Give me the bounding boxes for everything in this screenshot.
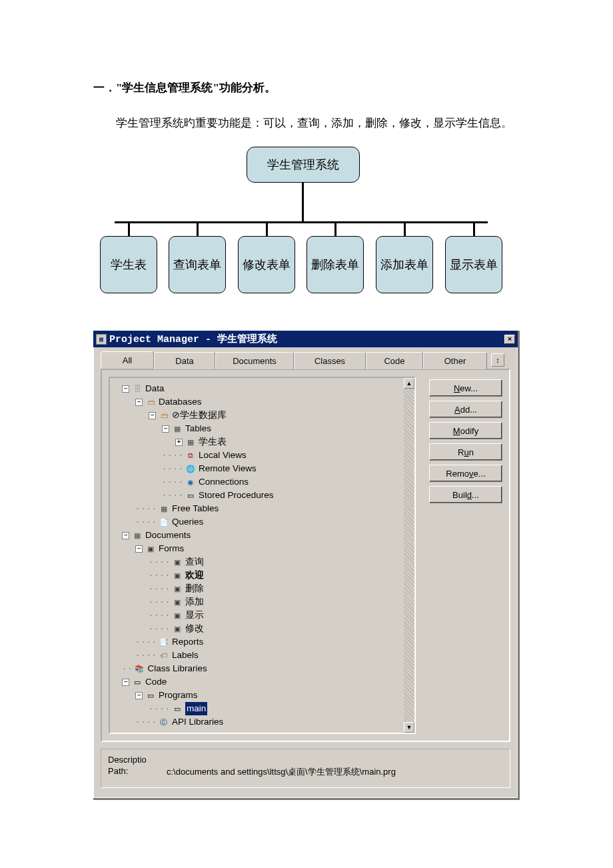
tree-node-classlib[interactable]: Class Libraries [147,662,207,675]
tree-node-forms[interactable]: Forms [159,542,184,555]
tab-strip: All Data Documents Classes Code Other ↕ [101,351,510,369]
tree-node-storedproc[interactable]: Stored Procedures [199,489,274,502]
expand-toggle[interactable]: − [135,399,143,406]
form-icon: ▣ [172,611,183,620]
scroll-track[interactable] [404,389,414,722]
connector [266,221,268,236]
program-icon: ▭ [172,704,183,713]
labels-icon: 🏷 [159,651,169,660]
expand-toggle[interactable]: + [175,439,183,446]
expand-toggle[interactable]: − [135,545,143,553]
project-tree[interactable]: −🗄Data −🗃Databases −🗃⊘学生数据库 −▦Tables +▦学… [113,382,414,729]
tree-node-programs[interactable]: Programs [159,689,198,702]
form-icon: ▣ [172,584,183,593]
remove-button[interactable]: Remove... [429,465,502,482]
queries-icon: 📄 [159,517,169,527]
path-value: c:\documents and settings\lttsg\桌面\学生管理系… [167,766,396,778]
connector [115,221,488,223]
child-node: 修改表单 [238,236,295,293]
tree-node-form-show[interactable]: 显示 [185,609,204,622]
root-node: 学生管理系统 [247,147,360,183]
build-button[interactable]: Build... [429,486,502,503]
form-icon: ▣ [172,597,183,607]
close-button[interactable]: × [504,335,515,344]
connector [404,221,406,236]
vertical-scrollbar[interactable]: ▲ ▼ [404,378,414,733]
expand-toggle[interactable]: − [122,532,129,539]
tab-documents[interactable]: Documents [215,352,294,369]
intro-text: 学生管理系统旳重要功能是：可以，查询，添加，删除，修改，显示学生信息。 [116,115,520,131]
tree-node-form-welcome[interactable]: 欢迎 [185,569,204,582]
tree-node-form-add[interactable]: 添加 [185,595,204,609]
form-icon: ▣ [172,557,183,567]
child-node: 删除表单 [306,236,364,293]
class-libraries-icon: 📚 [134,664,145,673]
tree-node-remoteviews[interactable]: Remote Views [199,462,257,475]
scroll-up-button[interactable]: ▲ [404,378,414,389]
tree-node-tables[interactable]: Tables [185,422,211,435]
connector [334,221,336,236]
form-icon: ▣ [172,624,183,633]
project-manager-window: ▦ Project Manager - 学生管理系统 × All Data Do… [93,331,520,800]
new-button[interactable]: New... [429,379,502,397]
expand-toggle[interactable]: − [149,412,156,419]
connector [128,221,130,236]
expand-toggle[interactable]: − [122,679,129,686]
tree-node-apilib[interactable]: API Libraries [172,715,223,729]
modify-button[interactable]: Modify [429,422,502,439]
connector [197,221,199,236]
table-icon: ▦ [185,437,196,447]
tree-node-documents[interactable]: Documents [145,529,191,542]
tab-all[interactable]: All [101,351,154,369]
expand-toggle[interactable]: − [122,385,129,393]
tree-node-form-delete[interactable]: 删除 [185,582,204,595]
app-icon: ▦ [96,334,107,345]
free-tables-icon: ▦ [159,504,169,513]
window-title: Project Manager - 学生管理系统 [109,333,504,345]
tree-node-queries[interactable]: Queries [172,515,203,529]
tab-code[interactable]: Code [366,352,423,369]
expand-toggle[interactable]: − [162,425,169,433]
remote-views-icon: 🌐 [185,464,196,473]
child-node: 查询表单 [169,236,226,293]
programs-icon: ▭ [145,691,156,700]
connections-icon: ◉ [185,477,196,487]
connector [302,183,304,223]
tree-node-table1[interactable]: 学生表 [199,435,227,449]
local-views-icon: ⧉ [185,451,196,460]
add-button[interactable]: Add... [429,401,502,418]
database-icon: 🗃 [159,411,169,420]
run-button[interactable]: Run [429,443,502,461]
tree-node-form-query[interactable]: 查询 [185,555,204,569]
data-icon: 🗄 [132,384,143,393]
tree-node-data[interactable]: Data [145,382,165,395]
reports-icon: 📑 [159,637,169,647]
tab-classes[interactable]: Classes [294,352,366,369]
tree-panel: −🗄Data −🗃Databases −🗃⊘学生数据库 −▦Tables +▦学… [109,377,416,734]
tree-node-databases[interactable]: Databases [159,395,202,409]
child-node: 学生表 [100,236,157,293]
tab-data[interactable]: Data [154,352,215,369]
hierarchy-diagram: 学生管理系统 学生表 查询表单 修改表单 删除表单 添加表单 显示表单 [100,147,513,304]
tree-node-localviews[interactable]: Local Views [199,449,247,462]
tree-node-form-modify[interactable]: 修改 [185,622,204,635]
tree-node-dbname[interactable]: ⊘学生数据库 [172,409,227,422]
expand-toggle[interactable]: − [135,692,143,699]
title-bar[interactable]: ▦ Project Manager - 学生管理系统 × [93,331,518,347]
scroll-down-button[interactable]: ▼ [404,722,414,733]
tab-overflow-button[interactable]: ↕ [491,353,504,367]
connector [473,221,475,236]
tree-node-code[interactable]: Code [145,675,167,689]
child-node: 显示表单 [445,236,502,293]
description-label: Descriptio [108,755,155,765]
tree-node-labels[interactable]: Labels [172,649,199,662]
forms-icon: ▣ [145,544,156,553]
path-label: Path: [108,766,155,778]
tab-other[interactable]: Other [423,352,487,369]
tree-node-reports[interactable]: Reports [172,635,203,649]
tree-node-main[interactable]: main [185,702,207,715]
tree-node-freetables[interactable]: Free Tables [172,502,219,515]
tree-node-connections[interactable]: Connections [199,475,249,489]
footer-panel: Descriptio Path: c:\documents and settin… [101,749,510,788]
api-libraries-icon: Ⓒ [159,717,169,727]
